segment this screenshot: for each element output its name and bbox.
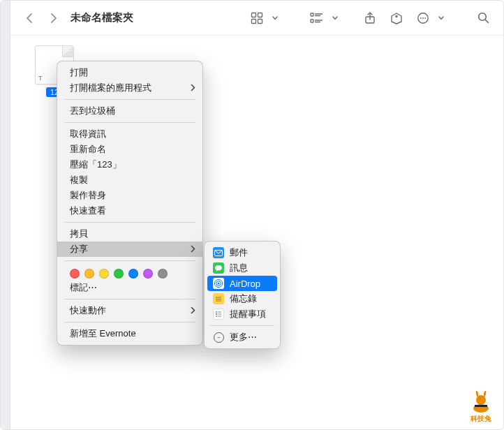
actions-chevron-icon[interactable] [431, 8, 452, 28]
content-area: T 12 打開 打開檔案的應用程式 丟到垃圾桶 取得資訊 重新命名 壓縮「123… [10, 36, 503, 429]
ctx-quick-actions-label: 快速動作 [70, 304, 106, 317]
svg-rect-4 [311, 13, 313, 16]
menu-separator [64, 222, 195, 223]
svg-point-16 [478, 13, 486, 21]
svg-point-25 [216, 311, 217, 313]
chevron-right-icon [191, 244, 195, 255]
svg-point-13 [420, 17, 422, 19]
reminders-icon [213, 309, 224, 320]
svg-point-15 [424, 17, 426, 19]
file-ext-label: T [38, 75, 43, 82]
ctx-rename-label: 重新命名 [70, 143, 106, 156]
ctx-share-label: 分享 [70, 243, 88, 255]
context-menu: 打開 打開檔案的應用程式 丟到垃圾桶 取得資訊 重新命名 壓縮「123」 複製 … [57, 61, 203, 346]
watermark: 科技兔 [466, 389, 496, 424]
ctx-evernote-label: 新增至 Evernote [70, 327, 136, 340]
window-left-strip [1, 1, 10, 429]
forward-button[interactable] [44, 9, 62, 27]
ctx-quick-actions[interactable]: 快速動作 [57, 303, 202, 318]
svg-point-27 [216, 316, 217, 317]
ctx-get-info[interactable]: 取得資訊 [57, 126, 202, 142]
share-messages-label: 訊息 [230, 262, 248, 274]
tag-green[interactable] [114, 269, 124, 279]
tags-toolbar-button[interactable] [386, 8, 407, 28]
tag-gray[interactable] [158, 269, 168, 279]
svg-point-21 [218, 283, 220, 285]
ctx-compress[interactable]: 壓縮「123」 [57, 157, 202, 172]
tag-blue[interactable] [128, 269, 138, 279]
tag-purple[interactable] [143, 269, 153, 279]
svg-rect-32 [475, 405, 487, 407]
tag-orange[interactable] [84, 269, 94, 279]
svg-rect-2 [252, 19, 256, 23]
more-icon: ··· [213, 332, 224, 343]
tag-yellow[interactable] [99, 269, 109, 279]
messages-icon [213, 262, 224, 274]
ctx-tag-colors [57, 265, 202, 280]
ctx-trash-label: 丟到垃圾桶 [70, 105, 115, 117]
menu-separator [64, 122, 195, 123]
ctx-copy[interactable]: 拷貝 [57, 226, 202, 242]
share-messages[interactable]: 訊息 [207, 260, 277, 276]
share-more[interactable]: ··· 更多⋯ [207, 329, 277, 345]
ctx-get-info-label: 取得資訊 [70, 128, 106, 140]
menu-separator [64, 99, 195, 100]
share-mail-label: 郵件 [230, 246, 248, 259]
ctx-compress-label: 壓縮「123」 [70, 158, 121, 171]
chevron-right-icon [191, 83, 195, 94]
ctx-share[interactable]: 分享 [57, 242, 202, 257]
ctx-open[interactable]: 打開 [57, 65, 202, 80]
ctx-make-alias[interactable]: 製作替身 [57, 188, 202, 203]
svg-point-11 [396, 15, 397, 17]
share-mail[interactable]: 郵件 [207, 245, 277, 260]
ctx-tags[interactable]: 標記⋯ [57, 280, 202, 295]
svg-point-33 [476, 395, 486, 405]
share-reminders-label: 提醒事項 [230, 308, 266, 320]
ctx-quick-look[interactable]: 快速查看 [57, 203, 202, 218]
share-notes-label: 備忘錄 [230, 292, 257, 305]
share-toolbar-button[interactable] [360, 8, 380, 28]
ctx-open-label: 打開 [70, 66, 88, 79]
ctx-quick-look-label: 快速查看 [70, 205, 106, 217]
menu-separator [64, 299, 195, 299]
ctx-make-alias-label: 製作替身 [70, 189, 106, 202]
group-by-chevron-icon[interactable] [325, 8, 346, 28]
ctx-open-with[interactable]: 打開檔案的應用程式 [57, 80, 202, 96]
svg-point-26 [216, 313, 217, 315]
notes-icon [213, 293, 224, 304]
svg-rect-5 [311, 20, 313, 22]
svg-rect-3 [258, 19, 262, 23]
finder-window: 未命名檔案夾 [0, 0, 504, 430]
menu-separator [64, 322, 195, 322]
share-airdrop[interactable]: AirDrop [207, 276, 277, 291]
search-toolbar-button[interactable] [473, 8, 494, 28]
ctx-copy-label: 拷貝 [70, 228, 88, 240]
share-airdrop-label: AirDrop [230, 279, 260, 289]
share-more-label: 更多⋯ [230, 331, 257, 343]
chevron-right-icon [191, 306, 195, 316]
ctx-duplicate-label: 複製 [70, 174, 88, 186]
ctx-tags-label: 標記⋯ [70, 281, 97, 294]
ctx-duplicate[interactable]: 複製 [57, 172, 202, 188]
window-title: 未命名檔案夾 [71, 11, 133, 24]
ctx-add-to-evernote[interactable]: 新增至 Evernote [57, 326, 202, 341]
mail-icon [213, 247, 224, 258]
share-notes[interactable]: 備忘錄 [207, 291, 277, 306]
share-submenu: 郵件 訊息 AirDrop 備忘錄 [204, 241, 281, 349]
rabbit-icon [468, 389, 494, 414]
ctx-rename[interactable]: 重新命名 [57, 142, 202, 157]
tag-red[interactable] [70, 269, 80, 279]
airdrop-icon [213, 278, 224, 289]
menu-separator [64, 260, 195, 261]
watermark-text: 科技兔 [466, 414, 496, 424]
back-button[interactable] [20, 9, 38, 27]
menu-separator [210, 325, 274, 326]
share-reminders[interactable]: 提醒事項 [207, 306, 277, 322]
ctx-open-with-label: 打開檔案的應用程式 [70, 82, 151, 94]
view-mode-chevron-icon[interactable] [265, 8, 286, 28]
svg-rect-1 [258, 13, 262, 17]
toolbar: 未命名檔案夾 [10, 1, 503, 36]
svg-line-17 [485, 20, 488, 22]
svg-rect-0 [252, 13, 256, 17]
ctx-trash[interactable]: 丟到垃圾桶 [57, 103, 202, 119]
